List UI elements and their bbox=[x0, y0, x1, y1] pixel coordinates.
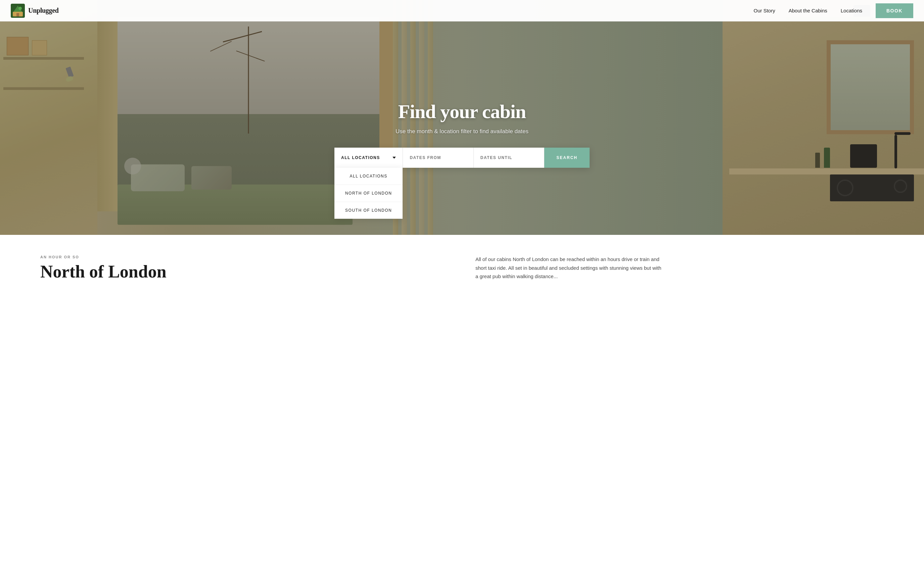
north-london-left: AN HOUR OR SO North of London bbox=[40, 255, 448, 280]
dropdown-item-all[interactable]: ALL LOCATIONS bbox=[334, 168, 403, 185]
svg-point-3 bbox=[18, 7, 22, 10]
book-button[interactable]: BOOK bbox=[876, 3, 913, 18]
hero-content: Find your cabin Use the month & location… bbox=[345, 100, 579, 135]
nav-link-about-cabins[interactable]: About the Cabins bbox=[789, 8, 827, 13]
location-display-current[interactable]: ALL LOCATIONS bbox=[334, 148, 403, 168]
hero-title: Find your cabin bbox=[345, 100, 579, 123]
chevron-down-icon bbox=[393, 157, 396, 159]
dropdown-item-south[interactable]: SOUTH OF LONDON bbox=[334, 202, 403, 219]
nav-link-locations[interactable]: Locations bbox=[841, 8, 862, 13]
location-select[interactable]: ALL LOCATIONS ALL LOCATIONS NORTH OF LON… bbox=[334, 148, 403, 168]
nav-links: Our Story About the Cabins Locations BOO… bbox=[754, 3, 913, 18]
nav-link-our-story[interactable]: Our Story bbox=[754, 8, 775, 13]
location-dropdown: ALL LOCATIONS NORTH OF LONDON SOUTH OF L… bbox=[334, 168, 403, 219]
hero-subtitle: Use the month & location filter to find … bbox=[345, 128, 579, 135]
dates-from-input[interactable] bbox=[403, 148, 473, 168]
hero-section: Find your cabin Use the month & location… bbox=[0, 0, 924, 235]
search-button[interactable]: SEARCH bbox=[544, 148, 590, 168]
section-title: North of London bbox=[40, 263, 448, 280]
logo[interactable]: Unplugged bbox=[11, 4, 59, 18]
location-selected-text: ALL LOCATIONS bbox=[341, 156, 380, 160]
navbar: Unplugged Our Story About the Cabins Loc… bbox=[0, 0, 924, 21]
section-description: All of our cabins North of London can be… bbox=[476, 255, 663, 281]
logo-text: Unplugged bbox=[28, 7, 59, 14]
search-container: ALL LOCATIONS ALL LOCATIONS NORTH OF LON… bbox=[334, 148, 590, 168]
north-london-grid: AN HOUR OR SO North of London All of our… bbox=[40, 255, 884, 281]
svg-rect-4 bbox=[16, 13, 19, 16]
dates-until-input[interactable] bbox=[474, 148, 544, 168]
north-london-right: All of our cabins North of London can be… bbox=[476, 255, 884, 281]
section-eyebrow: AN HOUR OR SO bbox=[40, 255, 448, 259]
logo-icon bbox=[11, 4, 25, 18]
search-bar: ALL LOCATIONS ALL LOCATIONS NORTH OF LON… bbox=[334, 148, 590, 168]
dropdown-item-north[interactable]: NORTH OF LONDON bbox=[334, 185, 403, 202]
below-hero-section: AN HOUR OR SO North of London All of our… bbox=[0, 235, 924, 294]
